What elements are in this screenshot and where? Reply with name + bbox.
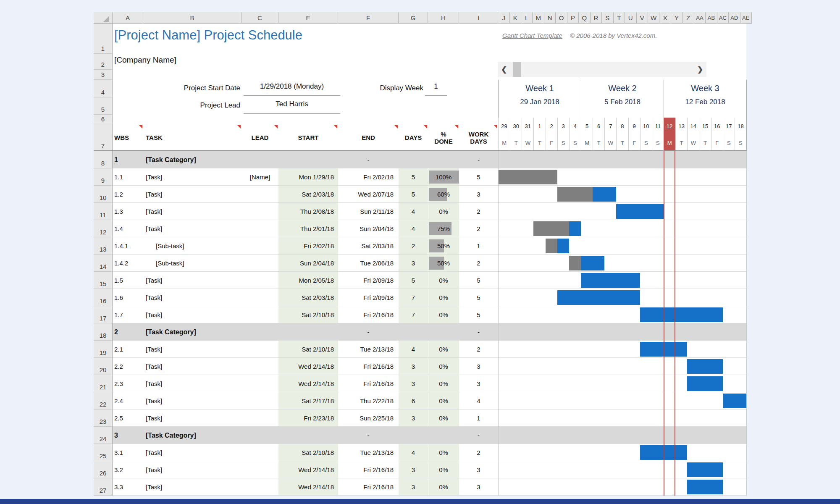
day-number-cell[interactable]: 8 [616,118,628,134]
cell-pct-done[interactable]: 0% [428,461,459,478]
cell-wbs[interactable]: 1.4.1 [114,237,142,255]
project-start-date-value[interactable]: 1/29/2018 (Monday) [244,82,340,96]
cell-end[interactable]: Fri 2/16/18 [338,478,394,496]
cell-task[interactable]: [Task] [146,220,241,237]
row-header-9[interactable]: 9 [94,168,113,186]
cell-start[interactable]: Sat 2/17/18 [278,392,334,410]
cell-end[interactable]: Fri 2/16/18 [338,375,394,392]
cell-work-days[interactable]: - [459,151,498,168]
day-number-cell[interactable]: 3 [557,118,569,134]
day-letter-cell[interactable]: M [664,134,675,151]
cell-start[interactable]: Wed 2/14/18 [278,478,334,496]
cell-days[interactable]: 5 [399,272,428,289]
cell-start[interactable]: Sat 2/03/18 [278,289,334,306]
company-name[interactable]: [Company Name] [114,55,176,65]
cell-wbs[interactable]: 2.3 [114,375,142,392]
header-end[interactable]: END [338,124,399,151]
column-header-K[interactable]: K [510,12,522,24]
column-header-J[interactable]: J [498,12,510,24]
day-number-cell[interactable]: 6 [593,118,604,134]
cell-pct-done[interactable]: 0% [428,444,459,461]
cell-work-days[interactable]: 5 [459,168,498,186]
cell-task[interactable]: [Task Category] [146,323,241,341]
row-header-21[interactable]: 21 [94,375,113,392]
cell-end[interactable]: - [338,427,399,444]
cell-work-days[interactable]: - [459,323,498,341]
column-header-V[interactable]: V [637,12,648,24]
gantt-scrollbar-thumb[interactable] [513,62,521,77]
day-letter-cell[interactable]: T [616,134,628,151]
cell-task[interactable]: [Task Category] [146,427,241,444]
cell-wbs[interactable]: 1.3 [114,203,142,220]
cell-wbs[interactable]: 3.2 [114,461,142,478]
cell-end[interactable]: Tue 2/06/18 [338,255,394,272]
row-header-6[interactable]: 6 [94,115,113,124]
row-header-18[interactable]: 18 [94,323,113,341]
day-letter-cell[interactable]: F [628,134,640,151]
cell-pct-done[interactable]: 60% [428,186,459,203]
day-number-cell[interactable]: 30 [510,118,522,134]
row-header-27[interactable]: 27 [94,478,113,496]
cell-days[interactable]: 4 [399,220,428,237]
cell-task[interactable]: [Task] [146,289,241,306]
cell-days[interactable]: 3 [399,255,428,272]
cell-days[interactable]: 6 [399,392,428,410]
cell-pct-done[interactable]: 0% [428,478,459,496]
day-number-cell[interactable]: 10 [640,118,652,134]
day-number-cell[interactable]: 11 [652,118,664,134]
day-letter-cell[interactable]: W [604,134,616,151]
cell-start[interactable]: Wed 2/14/18 [278,375,334,392]
cell-lead[interactable]: [Name] [242,168,278,186]
cell-wbs[interactable]: 3 [114,427,142,444]
cell-wbs[interactable]: 1.6 [114,289,142,306]
column-header-M[interactable]: M [533,12,544,24]
cell-days[interactable]: 4 [399,203,428,220]
day-letter-cell[interactable]: M [581,134,593,151]
row-header-5[interactable]: 5 [94,97,113,115]
day-letter-cell[interactable]: T [593,134,604,151]
row-header-19[interactable]: 19 [94,341,113,358]
cell-end[interactable]: Thu 2/22/18 [338,392,394,410]
day-number-cell[interactable]: 15 [699,118,711,134]
column-header-A[interactable]: A [113,12,143,24]
cell-pct-done[interactable]: 100% [428,168,459,186]
day-number-cell[interactable]: 12 [664,118,675,134]
cell-work-days[interactable]: 1 [459,410,498,427]
column-header-B[interactable]: B [143,12,242,24]
cell-end[interactable]: Fri 2/16/18 [338,306,394,323]
header-work-days[interactable]: WORKDAYS [459,124,498,151]
cell-work-days[interactable]: 3 [459,478,498,496]
cell-days[interactable]: 3 [399,358,428,375]
cell-wbs[interactable]: 3.1 [114,444,142,461]
cell-end[interactable]: Fri 2/09/18 [338,272,394,289]
cell-work-days[interactable]: 2 [459,444,498,461]
cell-work-days[interactable]: 4 [459,392,498,410]
cell-task[interactable]: [Task] [146,341,241,358]
cell-wbs[interactable]: 1.4 [114,220,142,237]
display-week-value[interactable]: 1 [425,82,447,96]
row-header-8[interactable]: 8 [94,151,113,168]
day-letter-cell[interactable]: F [546,134,557,151]
vertex42-link[interactable]: Gantt Chart Template [502,32,562,39]
cell-end[interactable]: Tue 2/13/18 [338,341,394,358]
row-header-26[interactable]: 26 [94,461,113,478]
scroll-left-arrow-icon[interactable]: ❮ [498,62,510,77]
row-header-15[interactable]: 15 [94,272,113,289]
row-header-7[interactable]: 7 [94,124,113,151]
day-number-cell[interactable]: 16 [711,118,723,134]
column-header-I[interactable]: I [459,12,498,24]
cell-pct-done[interactable]: 0% [428,358,459,375]
cell-task[interactable]: [Task] [146,203,241,220]
cell-pct-done[interactable]: 0% [428,410,459,427]
day-letter-cell[interactable]: S [640,134,652,151]
cell-days[interactable]: 7 [399,289,428,306]
column-header-O[interactable]: O [556,12,567,24]
column-header-W[interactable]: W [648,12,660,24]
cell-start[interactable]: Mon 2/05/18 [278,272,334,289]
gantt-scrollbar-track[interactable] [498,62,706,77]
cell-work-days[interactable]: 3 [459,358,498,375]
cell-task[interactable]: [Task] [146,375,241,392]
cell-days[interactable]: 3 [399,461,428,478]
cell-work-days[interactable]: 2 [459,203,498,220]
cell-start[interactable]: Thu 2/01/18 [278,220,334,237]
